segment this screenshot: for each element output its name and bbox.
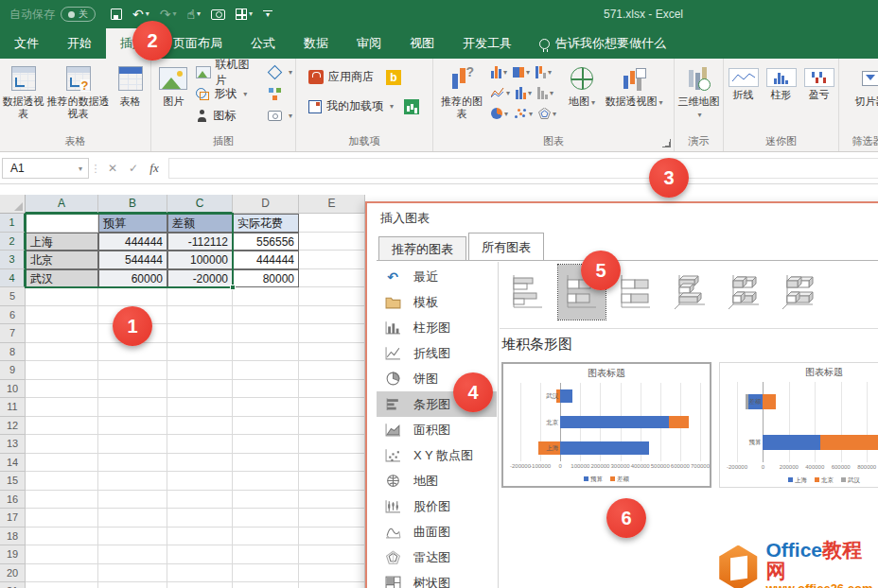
cell-A10[interactable] bbox=[26, 380, 98, 399]
my-addins-button[interactable]: 我的加载项 bbox=[306, 95, 396, 117]
pivot-chart-button[interactable]: 数据透视图 bbox=[605, 61, 663, 108]
tab-view[interactable]: 视图 bbox=[395, 28, 448, 59]
cell-E20[interactable] bbox=[299, 564, 365, 583]
column-header-B[interactable]: B bbox=[98, 195, 167, 214]
cell-D9[interactable] bbox=[233, 361, 299, 380]
row-header-2[interactable]: 2 bbox=[0, 233, 26, 251]
row-header-12[interactable]: 12 bbox=[0, 417, 26, 436]
cell-B4[interactable]: 60000 bbox=[98, 269, 167, 288]
3d-models-button[interactable] bbox=[265, 61, 295, 83]
cell-A7[interactable] bbox=[26, 324, 98, 343]
smartart-button[interactable] bbox=[265, 83, 295, 105]
select-all-corner[interactable] bbox=[0, 195, 26, 214]
cell-A21[interactable] bbox=[26, 582, 98, 588]
row-header-20[interactable]: 20 bbox=[0, 564, 26, 583]
chart-type-item-templates[interactable]: 模板 bbox=[377, 289, 497, 315]
cell-A15[interactable] bbox=[26, 472, 98, 491]
cell-A6[interactable] bbox=[26, 306, 98, 325]
cell-B17[interactable] bbox=[98, 509, 167, 527]
cell-B12[interactable] bbox=[98, 417, 167, 436]
cell-E1[interactable] bbox=[299, 214, 365, 233]
customize-qat-button[interactable]: ▾ bbox=[263, 10, 272, 19]
cell-C13[interactable] bbox=[167, 435, 233, 454]
cell-E9[interactable] bbox=[299, 361, 365, 380]
cell-D17[interactable] bbox=[233, 509, 299, 527]
cell-D6[interactable] bbox=[233, 306, 299, 325]
cell-A8[interactable] bbox=[26, 343, 98, 362]
cell-D18[interactable] bbox=[233, 527, 299, 546]
cell-D11[interactable] bbox=[233, 398, 299, 417]
cell-D12[interactable] bbox=[233, 417, 299, 436]
cell-B19[interactable] bbox=[98, 545, 167, 564]
chart-type-item-stock[interactable]: 股价图 bbox=[377, 493, 497, 519]
row-header-4[interactable]: 4 bbox=[0, 269, 26, 288]
subtype-clustered-bar-3d-thumb[interactable] bbox=[666, 265, 713, 320]
cell-C17[interactable] bbox=[167, 509, 233, 527]
cell-C8[interactable] bbox=[167, 343, 233, 362]
row-header-6[interactable]: 6 bbox=[0, 306, 26, 325]
cell-A13[interactable] bbox=[26, 435, 98, 454]
row-header-10[interactable]: 10 bbox=[0, 380, 26, 399]
cell-B2[interactable]: 444444 bbox=[98, 233, 167, 251]
insert-waterfall-chart-button[interactable] bbox=[533, 61, 554, 82]
cell-D14[interactable] bbox=[233, 454, 299, 473]
cell-E14[interactable] bbox=[299, 454, 365, 473]
cell-D10[interactable] bbox=[233, 380, 299, 399]
column-header-E[interactable]: E bbox=[299, 195, 365, 214]
cell-B14[interactable] bbox=[98, 454, 167, 473]
row-header-21[interactable]: 21 bbox=[0, 582, 26, 588]
enter-button[interactable]: ✓ bbox=[123, 162, 144, 175]
cell-E16[interactable] bbox=[299, 491, 365, 510]
cell-A1[interactable] bbox=[26, 214, 98, 233]
recommended-charts-button[interactable]: 推荐的图表 bbox=[437, 61, 486, 119]
cell-C16[interactable] bbox=[167, 491, 233, 510]
pivot-table-button[interactable]: 数据透视表 bbox=[2, 61, 45, 119]
slicer-button[interactable]: 切片器 bbox=[847, 61, 878, 108]
cell-A3[interactable]: 北京 bbox=[26, 251, 98, 269]
subtype-stacked-bar-3d-thumb[interactable] bbox=[720, 265, 767, 320]
insert-scatter-chart-button[interactable] bbox=[511, 103, 536, 124]
insert-line-chart-button[interactable] bbox=[488, 82, 513, 103]
row-header-14[interactable]: 14 bbox=[0, 454, 26, 473]
touch-mode-button[interactable]: ☝ bbox=[187, 8, 202, 21]
chart-type-item-map[interactable]: 地图 bbox=[377, 468, 497, 493]
tab-all-charts[interactable]: 所有图表 bbox=[468, 233, 544, 260]
online-pictures-button[interactable]: 联机图片 bbox=[193, 61, 261, 83]
cell-C19[interactable] bbox=[167, 545, 233, 564]
cell-B11[interactable] bbox=[98, 398, 167, 417]
insert-column-chart-button[interactable] bbox=[488, 61, 510, 82]
row-header-8[interactable]: 8 bbox=[0, 343, 26, 362]
sparkline-column-button[interactable]: 柱形 bbox=[764, 66, 799, 101]
sparkline-winloss-button[interactable]: 盈亏 bbox=[801, 66, 837, 101]
camera-button[interactable] bbox=[211, 9, 225, 20]
row-header-18[interactable]: 18 bbox=[0, 527, 26, 546]
insert-hierarchy-chart-button[interactable] bbox=[510, 61, 533, 82]
cell-E19[interactable] bbox=[299, 545, 365, 564]
chart-type-item-line[interactable]: 折线图 bbox=[377, 340, 497, 366]
insert-statistic-chart-button[interactable] bbox=[535, 82, 556, 103]
subtype-clustered-bar-thumb[interactable] bbox=[504, 265, 552, 320]
people-graph-icon[interactable] bbox=[404, 99, 419, 114]
cell-A19[interactable] bbox=[26, 545, 98, 564]
tab-review[interactable]: 审阅 bbox=[342, 28, 395, 59]
redo-button[interactable]: ↷ bbox=[160, 8, 177, 21]
cell-A4[interactable]: 武汉 bbox=[26, 269, 98, 288]
cell-C4[interactable]: -20000 bbox=[167, 269, 233, 288]
bing-maps-icon[interactable]: b bbox=[386, 70, 401, 85]
cell-E18[interactable] bbox=[299, 527, 365, 546]
cell-D4[interactable]: 80000 bbox=[233, 269, 299, 288]
chart-type-item-recent[interactable]: ↶最近 bbox=[377, 264, 497, 289]
tab-formulas[interactable]: 公式 bbox=[237, 28, 290, 59]
tab-developer[interactable]: 开发工具 bbox=[448, 28, 526, 59]
cell-C5[interactable] bbox=[167, 287, 233, 306]
row-header-13[interactable]: 13 bbox=[0, 435, 26, 454]
undo-button[interactable]: ↶ bbox=[132, 8, 149, 21]
cell-C3[interactable]: 100000 bbox=[167, 251, 233, 269]
column-header-D[interactable]: D bbox=[233, 195, 299, 214]
3d-map-button[interactable]: 三维地图 bbox=[676, 61, 722, 119]
cell-A9[interactable] bbox=[26, 361, 98, 380]
cell-B18[interactable] bbox=[98, 527, 167, 546]
chart-type-item-treemap[interactable]: 树状图 bbox=[377, 570, 497, 588]
cell-D20[interactable] bbox=[233, 564, 299, 583]
cell-B20[interactable] bbox=[98, 564, 167, 583]
